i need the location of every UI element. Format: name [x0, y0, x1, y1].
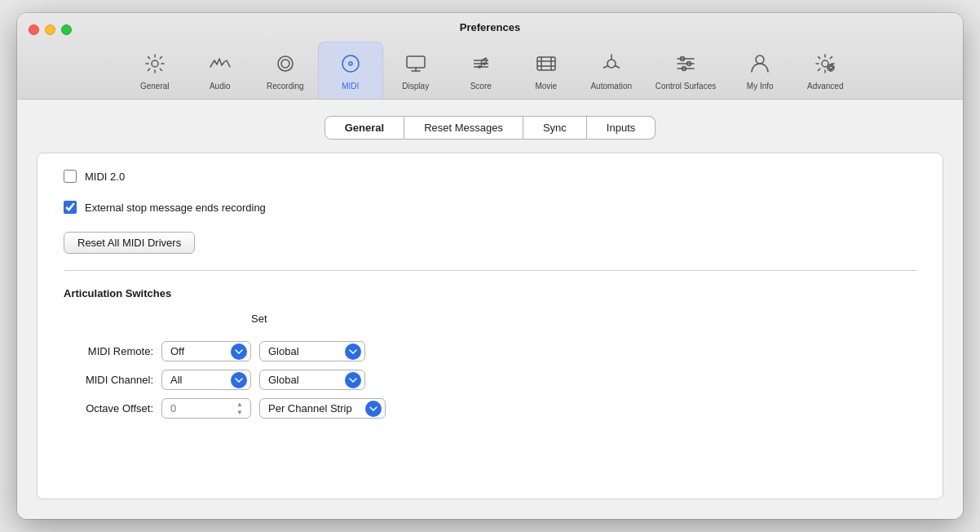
toolbar-label-control-surfaces: Control Surfaces: [656, 82, 716, 91]
svg-point-5: [346, 61, 348, 64]
content-area: General Reset Messages Sync Inputs MIDI …: [17, 100, 963, 519]
midi-channel-value-wrapper: All: [161, 370, 251, 390]
midi-20-label: MIDI 2.0: [85, 171, 125, 183]
midi-channel-set-wrapper: Global: [259, 370, 365, 390]
toolbar-label-general: General: [140, 82, 170, 91]
display-icon: [401, 49, 430, 78]
octave-offset-stepper-buttons: ▲ ▼: [232, 401, 247, 417]
person-icon: [745, 49, 775, 78]
toolbar-item-audio[interactable]: Audio: [188, 42, 253, 99]
toolbar-item-movie[interactable]: Movie: [514, 42, 579, 99]
tab-reset-messages[interactable]: Reset Messages: [404, 116, 523, 140]
toolbar-item-midi[interactable]: MIDI: [318, 42, 383, 99]
tab-sync[interactable]: Sync: [523, 116, 587, 140]
octave-offset-stepper-wrapper: ▲ ▼: [161, 398, 251, 419]
toolbar-item-control-surfaces[interactable]: Control Surfaces: [644, 42, 727, 99]
toolbar-label-recording: Recording: [267, 82, 304, 91]
articulation-section-title: Articulation Switches: [64, 287, 916, 299]
preferences-window: Preferences General: [17, 13, 963, 519]
octave-offset-label: Octave Offset:: [64, 402, 153, 415]
close-button[interactable]: [29, 24, 39, 35]
svg-point-10: [349, 62, 352, 65]
midi-channel-set-select[interactable]: Global: [259, 370, 365, 390]
articulation-form: MIDI Remote: Off Global: [64, 341, 916, 419]
maximize-button[interactable]: [61, 24, 72, 35]
midi-channel-row: MIDI Channel: All Global: [64, 370, 916, 390]
audio-icon: [205, 49, 235, 78]
octave-offset-decrement-button[interactable]: ▼: [232, 409, 247, 417]
toolbar-item-automation[interactable]: Automation: [579, 42, 644, 99]
tab-general[interactable]: General: [324, 116, 404, 140]
svg-point-6: [349, 60, 351, 62]
minimize-button[interactable]: [45, 24, 55, 35]
toolbar-label-midi: MIDI: [342, 82, 359, 91]
external-stop-row: External stop message ends recording: [64, 201, 916, 214]
section-divider: [64, 270, 916, 271]
svg-rect-11: [407, 56, 425, 68]
svg-point-7: [352, 61, 355, 64]
svg-point-2: [281, 60, 289, 68]
svg-point-0: [152, 60, 158, 67]
octave-offset-row: Octave Offset: ▲ ▼ Per Channel Strip: [64, 398, 916, 419]
gear-icon: [140, 49, 170, 78]
recording-icon: [271, 49, 300, 78]
sliders-icon: [671, 49, 700, 78]
titlebar: Preferences General: [17, 13, 963, 100]
toolbar-item-general[interactable]: General: [122, 42, 188, 99]
svg-point-4: [342, 55, 359, 72]
toolbar-item-display[interactable]: Display: [383, 42, 448, 99]
svg-line-30: [603, 65, 607, 68]
toolbar-item-score[interactable]: Score: [448, 42, 514, 99]
octave-offset-set-select[interactable]: Per Channel Strip: [259, 398, 386, 419]
toolbar-label-score: Score: [470, 82, 492, 91]
midi-remote-select[interactable]: Off: [161, 341, 251, 361]
toolbar-label-my-info: My Info: [747, 82, 774, 91]
reset-button-row: Reset All MIDI Drivers: [64, 232, 916, 254]
midi-remote-set-select[interactable]: Global: [259, 341, 365, 361]
midi-remote-value-wrapper: Off: [161, 341, 251, 361]
svg-point-3: [284, 62, 287, 65]
midi-icon: [336, 49, 365, 78]
toolbar-label-advanced: Advanced: [807, 82, 843, 91]
midi-remote-row: MIDI Remote: Off Global: [64, 341, 916, 361]
gear-advanced-icon: [810, 49, 840, 78]
svg-point-37: [756, 55, 764, 64]
toolbar-label-movie: Movie: [535, 82, 557, 91]
octave-offset-set-wrapper: Per Channel Strip: [259, 398, 386, 419]
score-icon: [466, 49, 496, 78]
reset-all-midi-drivers-button[interactable]: Reset All MIDI Drivers: [64, 232, 195, 254]
svg-rect-22: [537, 57, 555, 70]
svg-point-27: [607, 60, 616, 68]
midi-remote-label: MIDI Remote:: [64, 345, 153, 357]
svg-point-1: [278, 56, 293, 71]
toolbar-label-automation: Automation: [590, 82, 632, 91]
external-stop-checkbox[interactable]: [64, 201, 77, 214]
toolbar-label-audio: Audio: [210, 82, 231, 91]
window-title: Preferences: [460, 21, 520, 33]
svg-line-29: [615, 65, 619, 68]
midi-20-checkbox[interactable]: [64, 170, 77, 183]
toolbar-item-advanced[interactable]: Advanced: [792, 42, 858, 99]
movie-icon: [532, 49, 561, 78]
toolbar-item-recording[interactable]: Recording: [253, 42, 318, 99]
external-stop-label: External stop message ends recording: [85, 202, 266, 214]
octave-offset-increment-button[interactable]: ▲: [232, 401, 247, 409]
window-controls: [29, 24, 72, 35]
toolbar-item-my-info[interactable]: My Info: [727, 42, 792, 99]
midi-remote-set-wrapper: Global: [259, 341, 365, 361]
automation-icon: [597, 49, 626, 78]
midi-channel-select[interactable]: All: [161, 370, 251, 390]
midi-channel-label: MIDI Channel:: [64, 374, 153, 386]
set-column-label: Set: [251, 313, 916, 325]
tabs-bar: General Reset Messages Sync Inputs: [37, 116, 943, 140]
midi-20-row: MIDI 2.0: [64, 170, 916, 183]
main-panel: MIDI 2.0 External stop message ends reco…: [37, 153, 943, 499]
tab-inputs[interactable]: Inputs: [587, 116, 656, 140]
toolbar: General Audio: [30, 42, 950, 99]
toolbar-label-display: Display: [402, 82, 429, 91]
